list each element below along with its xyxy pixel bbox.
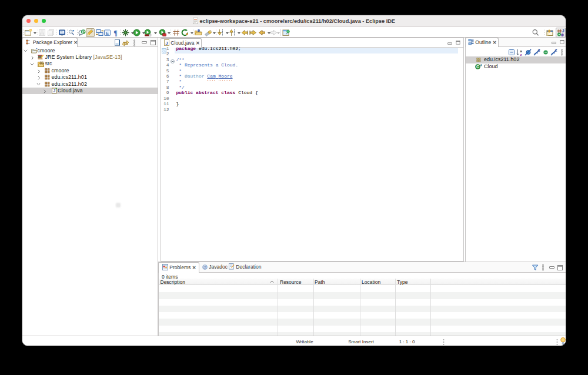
svg-text:z: z bbox=[520, 53, 522, 56]
svg-text:P: P bbox=[82, 30, 85, 34]
svg-text:E: E bbox=[106, 31, 109, 36]
svg-text:¶: ¶ bbox=[113, 29, 117, 36]
svg-text:J: J bbox=[562, 29, 564, 34]
svg-text:J: J bbox=[165, 41, 168, 46]
svg-text:A: A bbox=[480, 64, 482, 67]
svg-text:C: C bbox=[476, 65, 479, 69]
svg-text:@: @ bbox=[203, 265, 207, 269]
svg-text:J: J bbox=[52, 89, 55, 94]
